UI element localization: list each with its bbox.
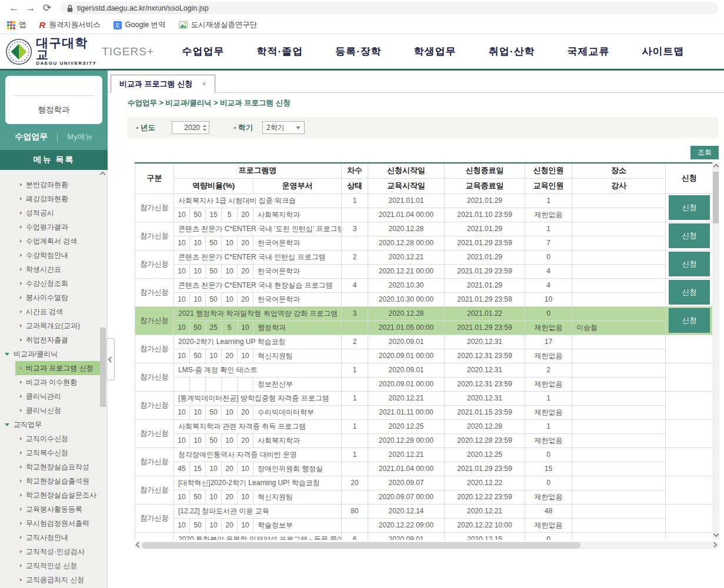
sidebar-item[interactable]: 교직이수신청 xyxy=(15,432,100,446)
nav-item-0[interactable]: 수업업무 xyxy=(182,45,224,58)
sidebar-item[interactable]: 수업계획서 검색 xyxy=(15,234,100,248)
table-row[interactable]: 1010501020사회복지학과2020.12.28 00:002020.12.… xyxy=(135,433,713,447)
nav-item-2[interactable]: 등록·장학 xyxy=(335,45,382,58)
scroll-down-icon[interactable] xyxy=(714,532,719,537)
scroll-right-icon[interactable] xyxy=(712,543,718,548)
nav-item-1[interactable]: 학적·졸업 xyxy=(256,45,303,58)
tab-class-work[interactable]: 수업업무 xyxy=(15,132,48,142)
forward-icon[interactable]: → xyxy=(22,1,39,16)
sidebar-item[interactable]: 수강학점안내 xyxy=(15,248,100,262)
nav-item-4[interactable]: 취업·산학 xyxy=(489,45,535,58)
sidebar-item[interactable]: 학생시간표 xyxy=(15,262,100,276)
sidebar-item[interactable]: 교과목개요(교과) xyxy=(15,319,100,333)
bookmark-apps[interactable]: 앱 xyxy=(7,20,26,30)
table-row[interactable]: 참가신청[12.22] 창파도서관 이용 교육802020.12.142020.… xyxy=(135,504,713,518)
table-row[interactable]: 1010501020수리빅데이터학부2021.01.11 00:002021.0… xyxy=(135,405,713,419)
sidebar-item[interactable]: 교직응급처지 신청 xyxy=(15,573,100,587)
tab-my-menu[interactable]: My메뉴 xyxy=(67,132,92,142)
bookmark-remote-support[interactable]: R 원격지원서비스 xyxy=(39,20,101,30)
sidebar-item[interactable]: 비교과 이수현황 xyxy=(15,375,100,389)
table-row[interactable]: 참가신청[통계빅데이터전공] 방학집중형 자격증 프로그램12020.12.21… xyxy=(135,391,713,405)
sidebar-scroll-thumb[interactable] xyxy=(100,328,106,407)
ratio-cell: 50 xyxy=(190,490,206,504)
apply-button[interactable]: 신청 xyxy=(669,252,710,276)
status-cell xyxy=(342,405,368,419)
sidebar-item[interactable]: 교직복수신청 xyxy=(15,446,100,460)
sidebar-item[interactable]: 교직사정안내 xyxy=(15,530,100,544)
table-row[interactable]: 1050102010학술정보부2020.12.22 09:002020.12.2… xyxy=(135,518,713,532)
table-row[interactable]: 105015520사회복지학과2021.01.04 00:002021.01.1… xyxy=(135,208,713,222)
table-row[interactable]: 4515102010장애인위원회 행정실2021.01.04 00:002021… xyxy=(135,462,713,476)
year-stepper[interactable]: 2020 xyxy=(172,121,209,134)
sidebar-item[interactable]: 학교현장실습표작성 xyxy=(15,460,100,474)
scroll-left-icon[interactable] xyxy=(136,543,142,548)
table-row[interactable]: 정보전산부2020.09.01 00:002020.12.31 23:59제한없… xyxy=(135,377,713,391)
table-row[interactable]: 참가신청[대학혁신]2020-2학기 Learning UP! 학습코칭2020… xyxy=(135,476,713,490)
sidebar-item[interactable]: 비교과 프로그램 신청 xyxy=(15,361,100,375)
edu-count-cell: 7 xyxy=(525,236,572,250)
nav-item-6[interactable]: 사이트맵 xyxy=(642,45,684,58)
table-row[interactable]: 참가신청LMS-줌 계정 확인 테스트12020.09.012020.12.31… xyxy=(135,363,713,377)
apply-button[interactable]: 신청 xyxy=(669,223,710,248)
semester-label: 학기 xyxy=(234,123,253,133)
instructor-cell xyxy=(572,208,666,222)
nav-item-5[interactable]: 국제교류 xyxy=(567,45,609,58)
sidebar-item[interactable]: 수업평가결과 xyxy=(15,220,100,234)
sidebar-item[interactable]: 학교현장실습설문조사 xyxy=(15,488,100,502)
table-row[interactable]: 참가신청사회복지사 1급 시험대비 집중 워크숍12021.01.012021.… xyxy=(135,193,713,208)
scroll-up-icon[interactable] xyxy=(714,165,719,170)
sidebar-item[interactable]: 봉사이수열람 xyxy=(15,290,100,305)
university-logo[interactable]: 대구대학교 DAEGU UNIVERSITY TIGERS+ xyxy=(0,37,154,66)
tab-program-apply[interactable]: 비교과 프로그램 신청 × xyxy=(111,75,215,93)
semester-select[interactable]: 2학기 xyxy=(262,121,305,134)
sidebar-section[interactable]: 교직업무 xyxy=(0,417,107,432)
table-row[interactable]: 참가신청사회복지학과 관련 자격증 취득 프로그램12020.12.252020… xyxy=(135,419,713,433)
table-vertical-scrollbar[interactable] xyxy=(712,162,719,540)
table-hscroll-thumb[interactable] xyxy=(142,542,580,549)
table-row[interactable]: 참가신청2020 특화분야 융복합 인재양성 프로그램 - 동물 쫓아서6202… xyxy=(135,532,713,540)
scroll-up-icon[interactable] xyxy=(101,172,106,178)
sidebar-item[interactable]: 교직적인성 신청 xyxy=(15,559,100,573)
sidebar-item-label: 시간표 검색 xyxy=(26,305,63,319)
table-row[interactable]: 1010501020한국어문학과2020.10.30 00:002021.01.… xyxy=(135,292,713,306)
sidebar-item[interactable]: 무시험검정원서출력 xyxy=(15,516,100,530)
sidebar-item[interactable]: 클리닉신청 xyxy=(15,403,100,417)
table-row[interactable]: 1010501020한국어문학과2020.12.28 00:002021.01.… xyxy=(135,236,713,250)
sidebar-item[interactable]: 교직적성·인성검사 xyxy=(15,544,100,559)
table-row[interactable]: 105025510행정학과2021.01.05 00:002021.01.29 … xyxy=(135,320,713,335)
table-row[interactable]: 참가신청콘텐츠 전문가 C*ENTER 국내 '도전 인턴십' 프로그램3202… xyxy=(135,222,713,236)
sidebar-item[interactable]: 폐강강좌현황 xyxy=(15,192,100,206)
sidebar-item[interactable]: 시간표 검색 xyxy=(15,305,100,319)
apply-button[interactable]: 신청 xyxy=(669,195,710,220)
table-row[interactable]: 참가신청콘텐츠 전문가 C*ENTER 국내 현장실습 프로그램42020.10… xyxy=(135,278,713,292)
table-row[interactable]: 1010501020한국어문학과2020.12.21 00:002021.01.… xyxy=(135,264,713,278)
sidebar-item[interactable]: 성적공시 xyxy=(15,206,100,220)
close-icon[interactable]: × xyxy=(202,79,206,88)
table-vscroll-thumb[interactable] xyxy=(713,172,719,223)
apply-button[interactable]: 신청 xyxy=(669,280,710,305)
apply-button[interactable]: 신청 xyxy=(669,308,710,333)
search-button[interactable]: 조회 xyxy=(690,146,719,159)
table-horizontal-scrollbar[interactable] xyxy=(135,542,719,549)
table-row[interactable]: 참가신청2020-2학기 Learning UP 학습코칭22020.09.01… xyxy=(135,335,713,349)
sidebar-section[interactable]: 비교과/클리닉 xyxy=(0,347,107,361)
bookmark-research-center[interactable]: 도시재생실증연구단 xyxy=(179,20,258,30)
back-icon[interactable]: ← xyxy=(6,1,22,16)
table-row[interactable]: 참가신청콘텐츠 전문가 C*ENTER 국내 인턴십 프로그램22020.12.… xyxy=(135,250,713,264)
sidebar-item[interactable]: 클리닉관리 xyxy=(15,389,100,403)
sidebar-item[interactable]: 교육봉사활동등록 xyxy=(15,502,100,516)
sidebar-item[interactable]: 학교현장실습출석원 xyxy=(15,474,100,488)
sidebar-collapse-handle[interactable] xyxy=(106,338,115,380)
reload-icon[interactable]: ⟳ xyxy=(39,1,55,16)
sidebar-item[interactable]: 분반강좌현황 xyxy=(15,178,100,192)
sidebar-item[interactable]: 취업전자출결 xyxy=(15,333,100,347)
table-row[interactable]: 참가신청청각장애인통역사 자격증 대비반 운영12020.12.212020.1… xyxy=(135,447,713,462)
nav-item-3[interactable]: 학생업무 xyxy=(414,45,456,58)
bookmark-google-translate[interactable]: 文 Google 번역 xyxy=(114,20,166,30)
table-row[interactable]: 참가신청2021 행정학과 학과밀착형 취업역량 강화 프로그램32020.12… xyxy=(135,306,713,320)
sidebar-item[interactable]: 수강신청조회 xyxy=(15,276,100,290)
table-row[interactable]: 1050102010혁신지원팀2020.09.07 00:002020.12.2… xyxy=(135,490,713,504)
address-bar[interactable]: tigersstd.daegu.ac.kr/nxrun/ssoLogin.jsp xyxy=(60,2,718,15)
stepper-arrows-icon[interactable] xyxy=(203,122,206,133)
table-row[interactable]: 1050102010혁신지원팀2020.09.01 00:002020.12.3… xyxy=(135,349,713,363)
